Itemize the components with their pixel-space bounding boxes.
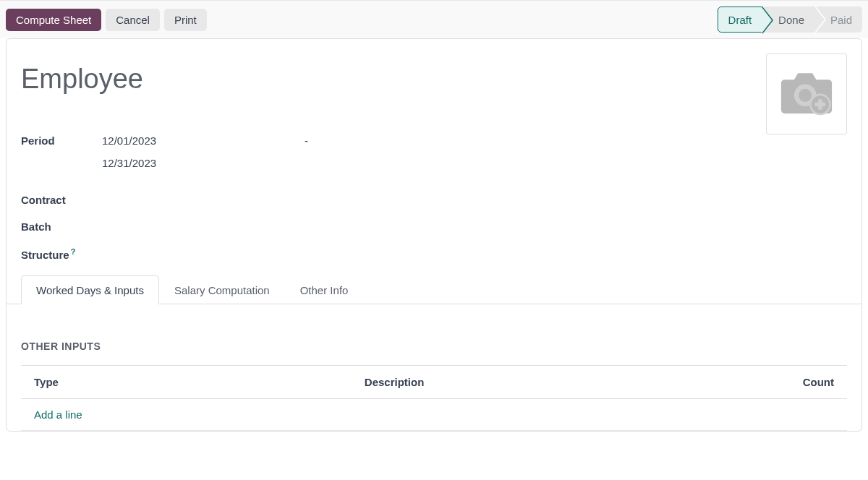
col-count: Count	[723, 366, 847, 399]
tabs: Worked Days & Inputs Salary Computation …	[7, 275, 861, 304]
field-period: Period 12/01/2023 12/31/2023 -	[21, 134, 847, 179]
contract-label: Contract	[21, 194, 102, 206]
status-step-draft[interactable]: Draft	[718, 7, 763, 33]
svg-point-1	[799, 89, 812, 102]
table-header-row: Type Description Count	[21, 366, 847, 399]
form-sheet: Employee Period 12/01/2023 12/31/2023 -	[6, 38, 862, 432]
compute-sheet-button[interactable]: Compute Sheet	[6, 9, 101, 31]
tab-salary-computation[interactable]: Salary Computation	[159, 275, 285, 304]
employee-image-placeholder[interactable]	[766, 53, 847, 134]
print-button[interactable]: Print	[164, 9, 207, 31]
table-row-add: Add a line	[21, 399, 847, 431]
camera-add-icon	[777, 68, 836, 120]
field-contract: Contract	[21, 194, 847, 206]
tab-other-info[interactable]: Other Info	[285, 275, 364, 304]
period-dates: 12/01/2023 12/31/2023 -	[102, 134, 308, 179]
toolbar-actions: Compute Sheet Cancel Print	[6, 9, 207, 31]
form-fields: Period 12/01/2023 12/31/2023 - Contract …	[21, 134, 847, 261]
title-row: Employee	[21, 53, 847, 134]
help-icon[interactable]: ?	[71, 247, 76, 256]
other-inputs-table: Type Description Count Add a line	[21, 365, 847, 431]
tab-content: OTHER INPUTS Type Description Count Add …	[21, 304, 847, 431]
col-description: Description	[352, 366, 723, 399]
cancel-button[interactable]: Cancel	[106, 9, 160, 31]
structure-label: Structure?	[21, 247, 102, 261]
field-structure: Structure?	[21, 247, 847, 261]
period-separator: -	[305, 134, 308, 147]
section-heading-other-inputs: OTHER INPUTS	[21, 340, 847, 352]
toolbar: Compute Sheet Cancel Print Draft Done Pa…	[0, 0, 868, 38]
col-type: Type	[21, 366, 352, 399]
tab-worked-days-inputs[interactable]: Worked Days & Inputs	[21, 275, 159, 304]
period-end[interactable]: 12/31/2023	[102, 157, 305, 169]
svg-rect-4	[815, 103, 825, 106]
page-title: Employee	[21, 64, 143, 95]
field-batch: Batch	[21, 220, 847, 233]
period-label: Period	[21, 134, 102, 147]
status-bar: Draft Done Paid	[718, 7, 862, 33]
structure-label-text: Structure	[21, 249, 69, 261]
add-line-link[interactable]: Add a line	[34, 408, 82, 421]
batch-label: Batch	[21, 220, 102, 233]
period-start[interactable]: 12/01/2023	[102, 134, 305, 147]
